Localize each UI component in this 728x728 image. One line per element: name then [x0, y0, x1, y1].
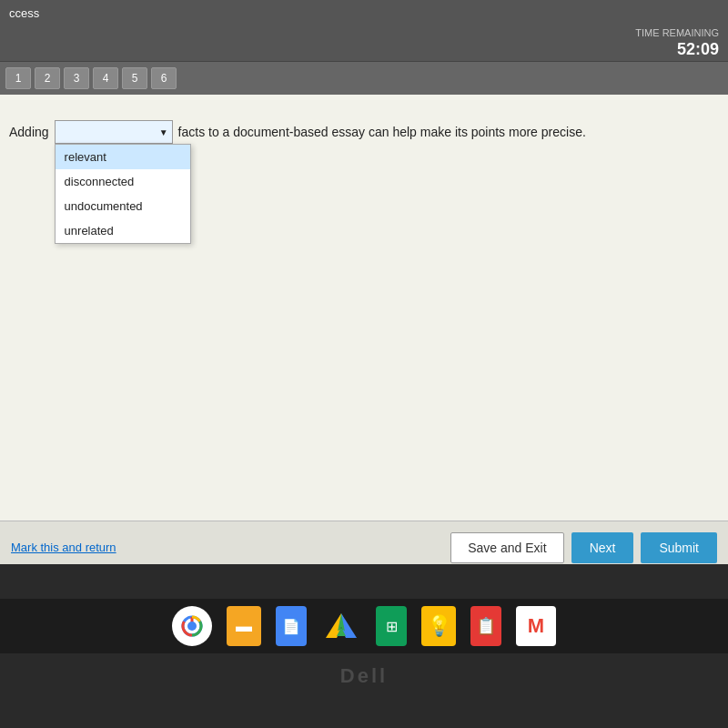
question-suffix: facts to a document-based essay can help… — [178, 125, 586, 139]
dropdown-option-unrelated[interactable]: unrelated — [56, 218, 190, 243]
title-bar: ccess — [0, 0, 728, 25]
timer-label: TIME REMAINING — [635, 27, 719, 39]
nav-btn-4[interactable]: 4 — [93, 67, 118, 89]
mark-return-link[interactable]: Mark this and return — [11, 541, 116, 554]
next-button[interactable]: Next — [571, 532, 634, 563]
dell-logo: Dell — [340, 664, 388, 688]
chrome-icon[interactable] — [172, 606, 212, 646]
dropdown-option-undocumented[interactable]: undocumented — [56, 194, 190, 218]
timer-value: 52:09 — [635, 40, 719, 59]
dropdown-arrow-icon: ▼ — [159, 127, 168, 137]
question-text: Adding ▼ relevant disconnected undocumen… — [9, 120, 710, 144]
question-prefix: Adding — [9, 125, 49, 139]
taskbar: ▬ 📄 ⊞ 💡 📋 M — [0, 599, 728, 653]
docs-icon[interactable]: 📄 — [276, 606, 307, 646]
submit-button[interactable]: Submit — [641, 532, 717, 563]
nav-btn-3[interactable]: 3 — [64, 67, 89, 89]
dropdown-list: relevant disconnected undocumented unrel… — [55, 144, 191, 244]
nav-btn-5[interactable]: 5 — [122, 67, 147, 89]
dropdown-current-value — [59, 126, 159, 139]
slides-icon[interactable]: ▬ — [227, 606, 261, 646]
action-buttons: Save and Exit Next Submit — [450, 532, 717, 563]
dropdown-option-relevant[interactable]: relevant — [56, 145, 190, 169]
content-area: Adding ▼ relevant disconnected undocumen… — [0, 95, 728, 477]
dropdown-select[interactable]: ▼ — [55, 120, 173, 144]
dropdown-option-disconnected[interactable]: disconnected — [56, 169, 190, 194]
sheets-icon[interactable]: ⊞ — [376, 606, 407, 646]
screen-area: ccess TIME REMAINING 52:09 1 2 3 4 5 6 A… — [0, 0, 728, 573]
question-nav-bar: 1 2 3 4 5 6 — [0, 62, 728, 95]
nav-btn-2[interactable]: 2 — [35, 67, 60, 89]
dropdown-wrapper: ▼ relevant disconnected undocumented unr… — [55, 120, 173, 144]
keep-icon[interactable]: 💡 — [421, 606, 456, 646]
gmail-icon[interactable]: M — [516, 606, 556, 646]
svg-point-2 — [187, 622, 197, 631]
nav-btn-1[interactable]: 1 — [5, 67, 31, 89]
timer-bar: TIME REMAINING 52:09 — [0, 25, 728, 62]
nav-btn-6[interactable]: 6 — [151, 67, 177, 89]
save-exit-button[interactable]: Save and Exit — [450, 532, 563, 563]
forms-icon[interactable]: 📋 — [470, 606, 501, 646]
title-bar-text: ccess — [9, 6, 39, 20]
drive-icon[interactable] — [321, 606, 361, 646]
